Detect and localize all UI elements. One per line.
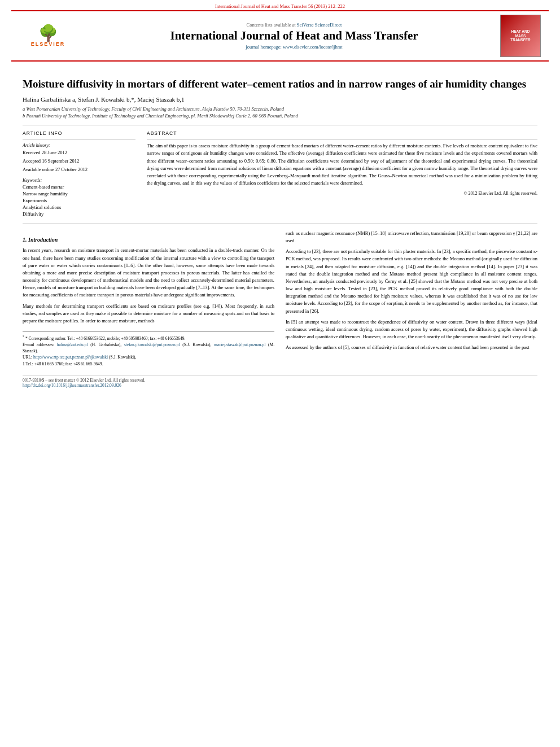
footnote-emails: E-mail addresses: halina@zut.edu.pl (H. … [23,342,274,355]
sciverse-link: Contents lists available at SciVerse Sci… [96,22,492,28]
abstract-divider [147,139,537,140]
article-info-heading: ARTICLE INFO [23,130,135,137]
footnote-star: * [23,335,24,338]
footnote-1: 1 Tel.: +48 61 665 3760; fax: +48 61 665… [23,361,274,367]
elsevier-logo: 🌳 ELSEVIER [17,20,79,51]
keyword-1: Cement-based mortar [23,184,135,191]
info-abstract-section: ARTICLE INFO Article history: Received 2… [23,130,537,217]
info-divider [23,139,135,140]
elsevier-brand: ELSEVIER [31,41,65,47]
article-content: Moisture diffusivity in mortars of diffe… [0,62,560,396]
journal-title: International Journal of Heat and Mass T… [96,29,492,43]
journal-header: 🌳 ELSEVIER Contents lists available at S… [11,10,549,62]
intro-para1: In recent years, research on moisture tr… [23,247,274,299]
article-info: ARTICLE INFO Article history: Received 2… [23,130,135,217]
elsevier-logo-area: 🌳 ELSEVIER [17,20,90,51]
body-col-right: such as nuclear magnetic resonance (NMR)… [286,230,537,367]
page: International Journal of Heat and Mass T… [0,0,560,747]
doi-line: http://dx.doi.org/10.1016/j.ijheatmasstr… [23,383,537,388]
email-2-name: (S.J. Kowalski), [182,342,211,347]
right-para2: According to [23], these are not particu… [286,248,537,315]
copyright-notice: © 2012 Elsevier Ltd. All rights reserved… [147,190,537,197]
email-2[interactable]: stefan.j.kowalski@put.poznan.pl [124,342,180,347]
sciverse-brand[interactable]: SciVerse ScienceDirect [297,22,342,28]
right-para3: In [5] an attempt was made to reconstruc… [286,318,537,341]
body-columns: 1. Introduction In recent years, researc… [23,230,537,367]
elsevier-tree-icon: 🌳 [38,25,58,41]
sciverse-text: Contents lists available at [247,22,296,28]
doi-link[interactable]: http://dx.doi.org/10.1016/j.ijheatmasstr… [23,383,121,388]
footnote-url: URL: http://www.ztp.tce.put.poznan.pl/sj… [23,354,274,360]
bottom-bar: 0017-9310/$ – see front matter © 2012 El… [23,375,537,390]
keyword-5: Diffusivity [23,211,135,218]
history-label: Article history: [23,142,135,149]
cover-title-line3: TRANSFER [510,38,530,42]
article-title: Moisture diffusivity in mortars of diffe… [23,77,537,91]
email-label: E-mail addresses: [23,342,54,347]
divider-2 [23,224,537,224]
authors: Halina Garbalińska a, Stefan J. Kowalski… [23,96,537,103]
journal-reference: International Journal of Heat and Mass T… [215,3,345,9]
intro-para2: Many methods for determining transport c… [23,303,274,325]
affiliation-a: a West Pomeranian University of Technolo… [23,106,537,113]
keyword-3: Experiments [23,198,135,204]
keyword-4: Analytical solutions [23,204,135,211]
footnote-corresponding: * * Corresponding author. Tel.: +48 6166… [23,334,274,342]
homepage-label: journal homepage: [246,44,282,50]
right-para1: such as nuclear magnetic resonance (NMR)… [286,230,537,244]
email-1[interactable]: halina@zut.edu.pl [57,342,88,347]
author-list: Halina Garbalińska a, Stefan J. Kowalski… [23,96,185,103]
cover-title-line2: MASS [515,34,526,38]
keywords-label: Keywords: [23,177,135,184]
footnote-corresponding-text: * Corresponding author. Tel.: +48 616665… [25,336,185,341]
homepage-url[interactable]: www.elsevier.com/locate/ijhmt [283,44,343,50]
url-label: URL: [23,355,32,360]
affiliation-b: b Poznań University of Technology, Insti… [23,113,537,120]
abstract-text: The aim of this paper is to assess moist… [147,142,537,187]
intro-heading: 1. Introduction [23,235,274,244]
accepted-date: Accepted 16 September 2012 [23,158,135,165]
email-3[interactable]: maciej.staszak@put.poznan.pl [214,342,265,347]
journal-reference-bar: International Journal of Heat and Mass T… [0,0,560,10]
issn-line: 0017-9310/$ – see front matter © 2012 El… [23,378,537,383]
journal-cover-area: HEAT AND MASS TRANSFER [498,15,543,57]
footnote-url-name: (S.J. Kowalski), [109,355,136,360]
keyword-2: Narrow range humidity [23,191,135,198]
abstract-heading: ABSTRACT [147,130,537,137]
right-para4: As assessed by the authors of [5], cours… [286,344,537,351]
journal-homepage: journal homepage: www.elsevier.com/locat… [96,44,492,50]
journal-cover-image: HEAT AND MASS TRANSFER [500,15,541,57]
footnote-url-link[interactable]: http://www.ztp.tce.put.poznan.pl/sjkowal… [33,355,108,360]
footnotes: * * Corresponding author. Tel.: +48 6166… [23,331,274,367]
keywords-section: Keywords: Cement-based mortar Narrow ran… [23,177,135,217]
available-date: Available online 27 October 2012 [23,166,135,173]
journal-title-area: Contents lists available at SciVerse Sci… [90,22,498,50]
email-1-name: (H. Garbalińska), [90,342,121,347]
cover-title-line1: HEAT AND [511,29,530,34]
received-date: Received 28 June 2012 [23,149,135,156]
affiliations: a West Pomeranian University of Technolo… [23,106,537,120]
abstract-section: ABSTRACT The aim of this paper is to ass… [147,130,537,217]
body-col-left: 1. Introduction In recent years, researc… [23,230,274,367]
divider-1 [23,125,537,125]
